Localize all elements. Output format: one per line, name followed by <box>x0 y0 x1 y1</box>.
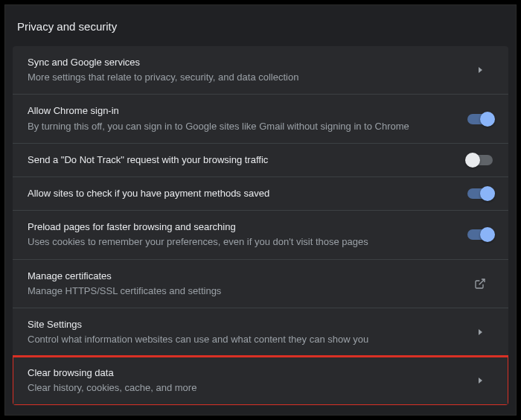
external-link-icon <box>467 278 493 290</box>
do-not-track-row[interactable]: Send a "Do Not Track" request with your … <box>13 144 508 177</box>
row-subtitle: More settings that relate to privacy, se… <box>28 71 455 84</box>
payment-methods-row[interactable]: Allow sites to check if you have payment… <box>13 177 508 211</box>
chevron-right-icon <box>467 329 493 335</box>
row-text: Manage certificates Manage HTTPS/SSL cer… <box>28 270 455 298</box>
chevron-right-icon <box>467 67 493 73</box>
row-subtitle: Uses cookies to remember your preference… <box>28 235 455 249</box>
row-text: Allow Chrome sign-in By turning this off… <box>28 104 455 133</box>
preload-pages-toggle[interactable] <box>467 229 493 240</box>
settings-panel: Privacy and security Sync and Google ser… <box>4 4 517 416</box>
clear-browsing-data-row[interactable]: Clear browsing data Clear history, cooki… <box>13 357 508 404</box>
row-title: Send a "Do Not Track" request with your … <box>28 153 455 167</box>
allow-chrome-signin-toggle[interactable] <box>467 114 493 124</box>
row-title: Allow Chrome sign-in <box>28 104 455 118</box>
row-title: Manage certificates <box>28 270 455 283</box>
row-title: Clear browsing data <box>28 366 455 380</box>
section-title: Privacy and security <box>13 20 508 46</box>
chevron-right-icon <box>467 378 493 384</box>
row-title: Preload pages for faster browsing and se… <box>28 220 455 234</box>
row-subtitle: By turning this off, you can sign in to … <box>28 120 455 133</box>
manage-certificates-row[interactable]: Manage certificates Manage HTTPS/SSL cer… <box>13 260 508 308</box>
row-text: Preload pages for faster browsing and se… <box>28 220 455 249</box>
row-subtitle: Manage HTTPS/SSL certificates and settin… <box>28 284 455 298</box>
site-settings-row[interactable]: Site Settings Control what information w… <box>13 308 508 357</box>
row-text: Send a "Do Not Track" request with your … <box>28 153 455 167</box>
do-not-track-toggle[interactable] <box>467 155 493 165</box>
preload-pages-row[interactable]: Preload pages for faster browsing and se… <box>13 211 508 259</box>
row-text: Clear browsing data Clear history, cooki… <box>28 366 455 395</box>
row-text: Site Settings Control what information w… <box>28 318 455 346</box>
svg-line-0 <box>479 279 485 284</box>
row-subtitle: Control what information websites can us… <box>28 333 455 346</box>
row-text: Sync and Google services More settings t… <box>28 56 455 84</box>
row-subtitle: Clear history, cookies, cache, and more <box>28 381 455 395</box>
settings-card: Sync and Google services More settings t… <box>13 46 508 405</box>
row-title: Site Settings <box>28 318 455 331</box>
sync-google-services-row[interactable]: Sync and Google services More settings t… <box>13 46 508 95</box>
payment-methods-toggle[interactable] <box>467 188 493 199</box>
row-title: Allow sites to check if you have payment… <box>28 187 455 200</box>
row-title: Sync and Google services <box>28 56 455 69</box>
row-text: Allow sites to check if you have payment… <box>28 187 455 200</box>
allow-chrome-signin-row[interactable]: Allow Chrome sign-in By turning this off… <box>13 95 508 143</box>
